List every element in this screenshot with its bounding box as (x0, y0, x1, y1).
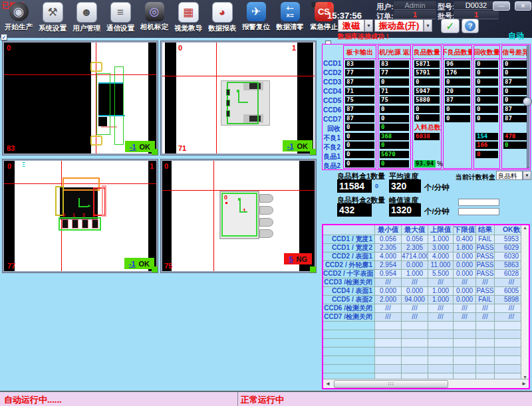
measure-cell: 0.056 (375, 235, 402, 244)
io-cell: 83 (344, 59, 376, 68)
toolbar-button-data-report[interactable]: ◕数据报表 (207, 2, 237, 33)
spare-input-2[interactable] (458, 208, 499, 215)
user-field[interactable]: Admin (394, 1, 436, 10)
result-badge: -1OK (283, 140, 313, 152)
measure-cell: 1.800 (454, 244, 476, 253)
toolbar-button-user-management[interactable]: ☻用户管理 (72, 2, 101, 33)
camera-view-4[interactable]: 0 1 0 75 5NG (161, 159, 316, 272)
order-field[interactable]: 1 (394, 11, 436, 19)
model-field[interactable]: D0032 (454, 1, 499, 10)
status-bar: 自动运行中...... 正常运行中 (0, 391, 532, 406)
measure-row[interactable]: CCD6 /检测关闭////////////////// (323, 304, 529, 313)
toolbar-button-camera-calibration[interactable]: ◎相机标定 (140, 2, 169, 33)
io-value-box: 87 (345, 106, 374, 113)
decor-shape (162, 161, 172, 271)
scroll-left-icon[interactable]: ◄ (325, 381, 331, 387)
camera-view-3[interactable]: Ξ 0 1 2 3 ► 0 1 77 -1OK (3, 159, 158, 272)
decor-shape (239, 211, 247, 213)
measure-cell: 0.000 (402, 287, 428, 296)
measure-cell (454, 348, 476, 356)
io-cell: 5791 (413, 68, 441, 78)
io-cell (502, 123, 529, 132)
toolbar-button-label: 报警复位 (241, 23, 271, 32)
io-row-label: 回收 (323, 124, 342, 134)
camera-view-1[interactable]: 0 83 -1OK (3, 41, 158, 155)
toolbar-button-system-settings[interactable]: ⚒系统设置 (38, 2, 67, 33)
measure-row-label (323, 339, 375, 348)
io-column: 信号差异00870087874700 (501, 45, 529, 169)
scroll-right-icon[interactable]: ► (521, 381, 527, 387)
measure-cell (402, 330, 428, 339)
excite-button[interactable]: 激磁 (338, 19, 364, 32)
io-cell: 0 (474, 150, 499, 159)
io-value-box: 0 (414, 78, 440, 86)
measure-row[interactable]: CCD7 /检测关闭////////////////// (323, 313, 529, 322)
excite-dropdown-arrow-icon[interactable]: ▼ (364, 19, 373, 32)
cam-index: 0 (178, 44, 182, 52)
measure-cell (428, 365, 454, 373)
measure-row[interactable]: CCD1 / 宽度10.0560.0561.0000.400FAIL5953 (323, 235, 529, 244)
measure-cell: 1.000 (402, 270, 428, 278)
measure-vscrollbar[interactable]: ▲▼ (521, 225, 529, 379)
hscroll-thumb[interactable]: ⁞⁞⁞ (334, 380, 448, 388)
measure-cell (402, 356, 428, 365)
decor-shape: 1 (243, 207, 246, 214)
measure-row[interactable]: CCD2 / 十字表面0.9541.0005.5000.000PASS6028 (323, 270, 529, 278)
measure-row[interactable]: CCD2 / 外轮廓12.9540.00011.0000.000PASS5863 (323, 261, 529, 270)
side-slider-knob[interactable] (523, 97, 532, 106)
confirm-button[interactable]: ✓ (441, 19, 460, 33)
io-cell: 6038 (413, 132, 441, 142)
scroll-up-icon[interactable]: ▲ (523, 225, 527, 230)
measure-row[interactable]: CCD4 / 表面10.0000.0001.0000.000PASS6005 (323, 287, 529, 296)
close-button[interactable]: ✕ (515, 1, 531, 11)
measure-row[interactable]: CCD5 / 表面22.00094.0001.0000.000FAIL5898 (323, 296, 529, 304)
minimize-button[interactable]: — (493, 1, 510, 11)
spare-input-1[interactable] (458, 199, 499, 206)
io-column-header: 板卡输出 (344, 46, 376, 59)
measure-hscrollbar[interactable]: ◄⁞⁞⁞► (323, 379, 529, 388)
system-settings-icon: ⚒ (43, 2, 63, 23)
measure-cell (402, 322, 428, 330)
toolbar-button-comm-settings[interactable]: ≡通信设置 (106, 2, 135, 33)
toolbar-button-start-production[interactable]: ◉开始生产 (4, 2, 33, 33)
io-cell: 87 (502, 105, 529, 114)
frame-corner-mark (310, 149, 316, 155)
io-cell (502, 150, 529, 159)
io-value-box: 470 (503, 133, 527, 140)
measure-cell (428, 373, 454, 379)
measure-row[interactable]: CCD1 / 宽度22.3052.3053.0001.800PASS6029 (323, 244, 529, 253)
io-column-header: 相机/光源 返回 (378, 46, 410, 59)
measure-row[interactable]: CCD3 /检测关闭////////////////// (323, 278, 529, 287)
measure-cell (428, 339, 454, 348)
io-value-box: 0 (345, 124, 374, 131)
measure-row[interactable]: CCD2 / 表面14.0004714.0004.0000.000PASS603… (323, 253, 529, 261)
window-checkbox[interactable]: ✓ (1, 34, 7, 41)
measure-row-label (323, 322, 375, 330)
io-value-box: 0 (475, 69, 498, 76)
current-bin-dropdown-arrow-icon[interactable]: ▼ (523, 171, 531, 180)
vibration-dropdown-arrow-icon[interactable]: ▼ (424, 19, 432, 32)
measure-empty-row (323, 373, 529, 379)
side-slider-track[interactable] (527, 45, 529, 168)
measure-cell: 4714.000 (402, 253, 428, 261)
current-bin-select[interactable]: 良品料盒2 (496, 171, 523, 180)
io-value-box: 0 (380, 160, 409, 167)
camera-view-2[interactable]: 0 1 71 -1OK (161, 41, 316, 155)
io-cell: 0 (378, 114, 410, 123)
cam-index: 0 (7, 162, 11, 170)
toolbar-button-vision-teach[interactable]: ▦视觉教导 (174, 2, 203, 33)
roi-rect (114, 66, 124, 145)
toolbar-button-data-clear[interactable]: +− ×=数据清零 (275, 2, 305, 33)
io-cell: 0 (502, 141, 529, 150)
io-column: 板卡输出8377877175878700000 (343, 45, 376, 169)
speed-unit: 个/分钟 (424, 183, 450, 193)
measure-cell: 0.000 (454, 253, 476, 261)
io-value-box: 75 (345, 96, 374, 104)
io-cell: 入料总数 (413, 123, 441, 132)
io-value-box: 0 (414, 106, 440, 113)
io-cell: 87 (344, 78, 376, 87)
toolbar-button-alarm-reset[interactable]: ✈报警复位 (241, 2, 271, 33)
help-button[interactable]: ? (462, 19, 479, 33)
measure-header-cell: 下限值 (454, 225, 476, 235)
measure-cell: 2.000 (375, 296, 402, 304)
